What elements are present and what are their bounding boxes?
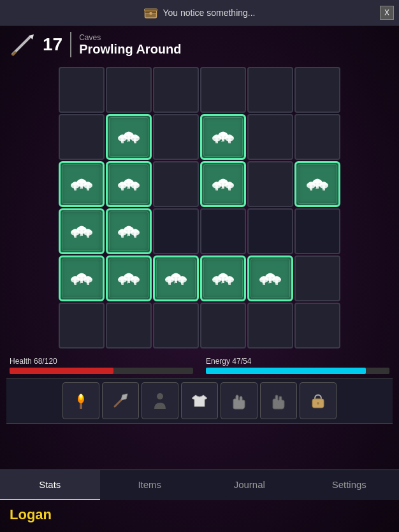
tile[interactable] (294, 67, 340, 113)
health-stat: Health 68/120 (10, 357, 193, 374)
svg-point-130 (134, 282, 135, 284)
svg-point-70 (223, 187, 224, 189)
tile[interactable] (153, 114, 199, 160)
equip-slot-gloves2[interactable] (260, 382, 297, 419)
energy-bar-bg (206, 368, 389, 374)
tile[interactable] (59, 161, 105, 207)
tab-stats[interactable]: Stats (0, 470, 100, 500)
character-silhouette-icon (149, 390, 171, 412)
player-name: Logan (3, 501, 58, 526)
svg-point-110 (127, 235, 128, 236)
tile[interactable] (59, 208, 105, 254)
tile[interactable] (247, 303, 293, 349)
mushroom-tile-icon (115, 123, 143, 151)
svg-point-69 (222, 186, 224, 188)
equip-slot-axe[interactable] (102, 382, 139, 419)
svg-point-134 (127, 280, 129, 282)
svg-point-147 (175, 280, 177, 282)
svg-point-140 (170, 284, 171, 285)
svg-point-118 (88, 284, 89, 285)
tile[interactable] (106, 67, 152, 113)
tile[interactable] (106, 255, 152, 301)
tile[interactable] (247, 255, 293, 301)
svg-point-9 (121, 141, 122, 142)
svg-point-144 (182, 284, 184, 285)
equip-slot-bag[interactable] (300, 382, 337, 419)
svg-point-123 (80, 282, 81, 284)
svg-point-113 (74, 282, 75, 284)
tile[interactable] (294, 208, 340, 254)
tile[interactable] (200, 114, 246, 160)
svg-point-136 (127, 282, 128, 284)
svg-point-162 (221, 282, 222, 284)
level-number: 17 (43, 34, 62, 55)
svg-point-165 (263, 282, 264, 284)
tab-settings[interactable]: Settings (300, 470, 400, 500)
svg-point-91 (87, 235, 88, 236)
equip-slot-character[interactable] (141, 382, 178, 419)
mushroom-tile-icon (256, 264, 284, 292)
tile[interactable] (106, 114, 152, 160)
tile[interactable] (59, 303, 105, 349)
tile[interactable] (247, 114, 293, 160)
equip-slot-shirt[interactable] (181, 382, 218, 419)
health-bar-bg (10, 368, 193, 374)
mushroom-tile-icon (209, 170, 237, 198)
svg-rect-2 (149, 12, 152, 15)
tile[interactable] (200, 161, 246, 207)
tile[interactable] (200, 255, 246, 301)
tile[interactable] (200, 67, 246, 113)
tile[interactable] (200, 208, 246, 254)
tile[interactable] (59, 255, 105, 301)
tab-journal[interactable]: Journal (200, 470, 300, 500)
svg-point-62 (217, 189, 218, 191)
svg-point-173 (269, 280, 271, 282)
tile[interactable] (294, 255, 340, 301)
bottom-tabs: Stats Items Journal Settings (0, 470, 399, 500)
tile-grid-container (6, 64, 393, 352)
svg-point-87 (74, 235, 75, 236)
tile[interactable] (294, 114, 340, 160)
chest-icon (143, 6, 157, 20)
main-content: 17 Caves Prowling Around (0, 25, 399, 424)
energy-bar-fill (206, 368, 366, 374)
tile[interactable] (294, 303, 340, 349)
svg-point-27 (229, 142, 231, 143)
tile[interactable] (153, 208, 199, 254)
tile[interactable] (106, 161, 152, 207)
tile[interactable] (294, 161, 340, 207)
svg-point-114 (75, 284, 76, 285)
svg-point-170 (277, 284, 278, 285)
svg-point-56 (127, 186, 129, 188)
mushroom-tile-icon (209, 123, 237, 151)
svg-point-175 (268, 282, 270, 284)
tile[interactable] (59, 67, 105, 113)
tab-items[interactable]: Items (100, 470, 200, 500)
tile[interactable] (247, 67, 293, 113)
equip-slot-gloves1[interactable] (221, 382, 258, 419)
tile[interactable] (247, 161, 293, 207)
tile[interactable] (59, 114, 105, 160)
svg-point-36 (75, 189, 76, 191)
gloves1-icon (228, 390, 250, 412)
svg-point-78 (323, 188, 324, 189)
tile[interactable] (153, 67, 199, 113)
tile[interactable] (200, 303, 246, 349)
tile[interactable] (247, 208, 293, 254)
svg-point-57 (129, 187, 130, 189)
close-button[interactable]: X (380, 6, 394, 20)
tile[interactable] (153, 161, 199, 207)
svg-point-174 (270, 282, 272, 283)
svg-point-92 (88, 236, 89, 238)
notification-text: You notice something... (163, 8, 255, 18)
svg-point-71 (221, 188, 222, 189)
tile[interactable] (106, 208, 152, 254)
tile[interactable] (153, 303, 199, 349)
tile[interactable] (153, 255, 199, 301)
tile[interactable] (106, 303, 152, 349)
energy-label: Energy 47/54 (206, 357, 389, 366)
svg-point-101 (122, 236, 124, 238)
svg-point-66 (229, 189, 231, 191)
gloves2-icon (268, 390, 289, 412)
equip-slot-torch[interactable] (62, 382, 99, 419)
